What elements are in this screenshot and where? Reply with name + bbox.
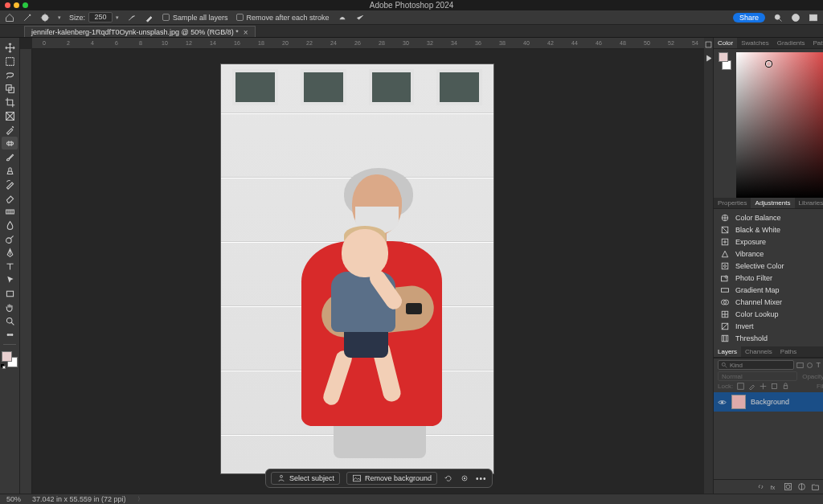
home-icon[interactable] (5, 13, 14, 23)
document-canvas[interactable] (221, 64, 493, 473)
dodge-tool[interactable] (2, 232, 18, 245)
tab-swatches[interactable]: Swatches (737, 39, 773, 47)
play-icon[interactable] (704, 54, 713, 63)
share-button[interactable]: Share (733, 13, 765, 23)
clone-stamp-tool[interactable] (2, 164, 18, 177)
tab-channels[interactable]: Channels (741, 348, 776, 355)
link-icon[interactable] (756, 482, 765, 491)
lock-artboard-icon[interactable] (771, 383, 778, 390)
adjustment-black-white[interactable]: Black & White (714, 223, 823, 236)
sample-all-layers-toggle[interactable]: Sample all layers (162, 14, 228, 22)
adjustment-threshold[interactable]: Threshold (714, 332, 823, 344)
size-input[interactable]: 250 (88, 12, 113, 23)
tool-preset-icon[interactable] (23, 13, 32, 23)
hand-tool[interactable] (2, 301, 18, 313)
adjustment-color-lookup[interactable]: Color Lookup (714, 308, 823, 320)
remove-after-stroke-toggle[interactable]: Remove after each stroke (236, 14, 330, 22)
layer-row-background[interactable]: Background (714, 392, 823, 412)
type-tool[interactable] (2, 260, 18, 272)
mask-icon[interactable] (784, 482, 792, 491)
lock-all-icon[interactable] (782, 383, 789, 390)
adjustment-channel-mixer[interactable]: Channel Mixer (714, 296, 823, 308)
tab-layers[interactable]: Layers (714, 346, 741, 357)
color-picker-field[interactable] (736, 52, 823, 198)
adjustment-layer-icon[interactable] (797, 482, 806, 491)
select-subject-button[interactable]: Select subject (271, 472, 340, 485)
lock-transparent-icon[interactable] (737, 383, 744, 390)
adjustment-vibrance[interactable]: Vibrance (714, 248, 823, 260)
brush-angle-icon[interactable] (127, 13, 137, 23)
filter-type-icon[interactable]: T (816, 361, 821, 369)
tab-properties[interactable]: Properties (714, 199, 751, 207)
document-tab[interactable]: jennifer-kalenberg-1RqdfT0Oynk-unsplash.… (24, 26, 256, 37)
frame-tool[interactable] (2, 109, 18, 122)
zoom-level[interactable]: 50% (6, 495, 21, 503)
adjustment-photo-filter[interactable]: Photo Filter (714, 272, 823, 284)
fg-bg-swatch[interactable] (719, 52, 731, 70)
adjustment-color-balance[interactable]: Color Balance (714, 211, 823, 223)
brush-target-icon[interactable] (40, 13, 50, 23)
image-icon (352, 473, 362, 483)
remove-background-button[interactable]: Remove background (346, 472, 437, 485)
pen-tool[interactable] (2, 246, 18, 259)
chevron-down-icon[interactable]: ▾ (116, 14, 119, 21)
eyedropper-tool[interactable] (2, 123, 18, 136)
history-brush-tool[interactable] (2, 178, 18, 191)
color-swatches[interactable] (2, 351, 18, 367)
zoom-tool[interactable] (2, 314, 18, 327)
filter-image-icon[interactable] (796, 362, 804, 369)
edit-toolbar[interactable]: ••• (2, 328, 18, 341)
marquee-tool[interactable] (2, 55, 18, 68)
path-selection-tool[interactable] (2, 273, 18, 286)
adjustment-invert[interactable]: Invert (714, 320, 823, 332)
eraser-tool[interactable] (2, 191, 18, 204)
search-icon[interactable] (773, 13, 783, 23)
blend-mode-select[interactable]: Normal (718, 371, 797, 381)
filter-adjust-icon[interactable] (806, 362, 813, 369)
layer-filter-search[interactable]: Kind (718, 360, 794, 370)
move-tool[interactable] (2, 41, 18, 54)
reset-icon[interactable] (444, 473, 453, 483)
workspace-icon[interactable] (809, 13, 818, 23)
foreground-color-swatch[interactable] (2, 351, 12, 362)
title-bar: Adobe Photoshop 2024 (0, 0, 823, 10)
tab-gradients[interactable]: Gradients (773, 39, 809, 47)
fx-icon[interactable]: fx (770, 482, 779, 491)
lock-position-icon[interactable] (760, 383, 767, 390)
visibility-icon[interactable] (718, 398, 727, 407)
gradient-tool[interactable] (2, 205, 18, 218)
default-colors-icon[interactable] (1, 364, 6, 369)
chevron-down-icon[interactable]: ▾ (58, 14, 61, 21)
help-icon[interactable]: ? (791, 13, 800, 23)
collapse-icon[interactable] (704, 40, 713, 49)
layers-footer: fx (714, 479, 823, 494)
close-icon[interactable]: × (244, 28, 248, 37)
pressure-icon[interactable] (338, 13, 347, 23)
checkbox-icon (236, 14, 244, 21)
tab-libraries[interactable]: Libraries (795, 199, 824, 207)
group-icon[interactable] (811, 482, 820, 491)
tab-patterns[interactable]: Patterns (809, 39, 824, 47)
divider (3, 344, 16, 345)
brush-tool[interactable] (2, 150, 18, 163)
crop-tool[interactable] (2, 96, 18, 109)
properties-icon[interactable] (460, 473, 469, 483)
canvas-area[interactable]: 0246810121416182022242628303234363840424… (20, 38, 704, 494)
selection-tool[interactable] (2, 82, 18, 95)
adjustment-gradient-map[interactable]: Gradient Map (714, 284, 823, 296)
commit-icon[interactable] (355, 13, 365, 23)
blur-tool[interactable] (2, 219, 18, 232)
adjustment-selective-color[interactable]: Selective Color (714, 260, 823, 272)
more-icon[interactable]: ••• (476, 474, 487, 483)
rectangle-tool[interactable] (2, 287, 18, 300)
tab-paths[interactable]: Paths (776, 348, 800, 355)
lock-pixels-icon[interactable] (748, 383, 755, 390)
tab-adjustments[interactable]: Adjustments (751, 198, 794, 208)
spot-healing-tool[interactable] (2, 137, 18, 150)
lasso-tool[interactable] (2, 68, 18, 81)
chevron-right-icon[interactable]: 〉 (137, 495, 143, 503)
tab-color[interactable]: Color (714, 38, 737, 48)
adjustment-exposure[interactable]: Exposure (714, 236, 823, 248)
svg-rect-31 (722, 335, 728, 342)
dropper-icon[interactable] (145, 13, 154, 23)
